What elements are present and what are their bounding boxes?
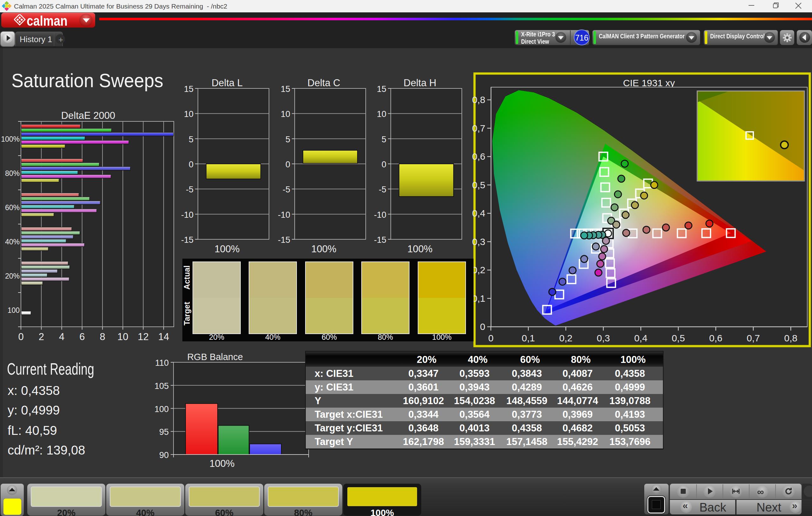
svg-text:RGB Balance: RGB Balance — [187, 352, 243, 362]
svg-text:0,4: 0,4 — [634, 333, 647, 343]
svg-text:0,6: 0,6 — [709, 333, 723, 343]
svg-text:95: 95 — [159, 427, 169, 437]
svg-text:100: 100 — [154, 404, 169, 414]
svg-text:0,7: 0,7 — [472, 123, 485, 133]
svg-text:0,2: 0,2 — [559, 333, 573, 343]
svg-text:0,8: 0,8 — [472, 94, 485, 105]
svg-text:105: 105 — [154, 381, 169, 391]
svg-text:0,2: 0,2 — [472, 265, 485, 275]
svg-text:0: 0 — [488, 333, 494, 343]
svg-text:0,3: 0,3 — [472, 237, 485, 247]
svg-text:0,4: 0,4 — [472, 208, 485, 218]
svg-text:CIE 1931 xy: CIE 1931 xy — [623, 78, 675, 88]
svg-text:0,3: 0,3 — [597, 333, 610, 343]
svg-text:0,6: 0,6 — [472, 151, 485, 162]
svg-text:0,1: 0,1 — [522, 333, 535, 343]
svg-text:90: 90 — [159, 450, 169, 460]
svg-text:0,8: 0,8 — [784, 333, 798, 343]
svg-text:110: 110 — [155, 358, 169, 368]
svg-text:0: 0 — [480, 322, 485, 332]
svg-text:0,7: 0,7 — [747, 333, 760, 343]
svg-text:100%: 100% — [209, 458, 234, 469]
svg-text:0,5: 0,5 — [472, 180, 485, 190]
svg-text:0,1: 0,1 — [472, 293, 485, 304]
svg-text:0,5: 0,5 — [672, 333, 685, 343]
